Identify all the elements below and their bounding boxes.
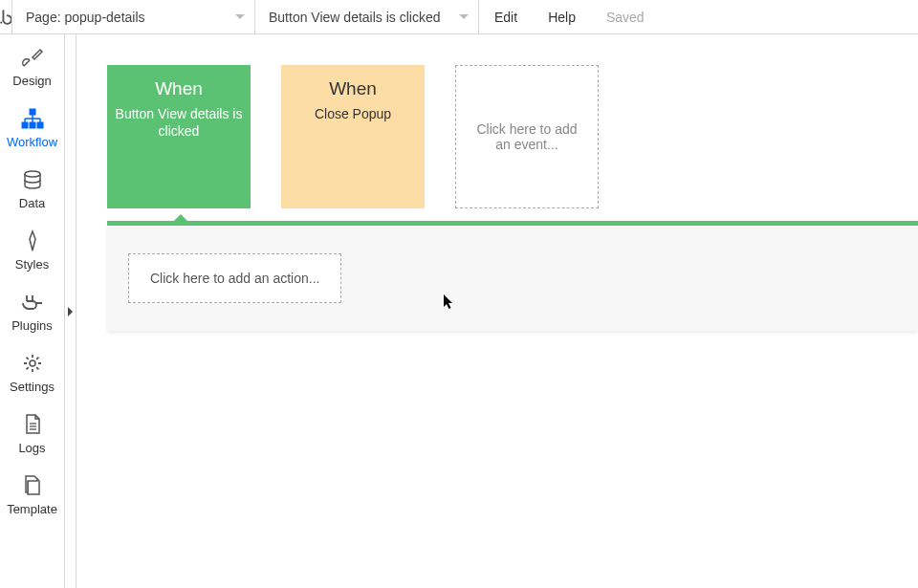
svg-rect-4 [37,122,43,128]
help-link[interactable]: Help [533,10,591,25]
sidebar-item-logs[interactable]: Logs [0,402,64,463]
chevron-down-icon [235,14,245,19]
event-selector-label: Button View details is clicked [269,10,441,25]
event-description: Close Popup [289,105,417,122]
svg-point-11 [30,360,35,366]
workflow-event-card-selected[interactable]: When Button View details is clicked [107,65,251,208]
template-icon [22,471,43,500]
sidebar-item-label: Data [19,196,45,210]
data-icon [22,165,43,194]
sidebar-item-plugins[interactable]: Plugins [0,279,64,340]
logs-icon [23,410,42,439]
svg-rect-3 [30,122,35,128]
svg-rect-1 [30,109,35,115]
add-event-label: Click here to add an event... [473,121,580,152]
saved-indicator: Saved [591,10,660,25]
chevron-down-icon [459,14,469,19]
event-when-label: When [115,78,243,99]
action-panel: Click here to add an action... [107,226,918,331]
plugins-icon [21,288,44,316]
edit-link[interactable]: Edit [479,10,533,25]
chevron-right-icon [68,307,73,316]
sidebar-item-label: Workflow [7,135,57,149]
workflow-icon [20,104,45,133]
svg-point-0 [0,21,2,23]
sidebar-item-label: Settings [10,380,55,394]
sidebar-item-label: Design [12,74,51,88]
sidebar-item-label: Styles [15,257,49,272]
page-selector-dropdown[interactable]: Page: popup-details [11,0,255,34]
styles-icon [22,227,43,255]
sidebar-item-label: Logs [18,441,45,455]
sidebar-item-design[interactable]: Design [0,34,64,96]
sidebar-item-workflow[interactable]: Workflow [0,96,64,157]
sidebar-item-settings[interactable]: Settings [0,340,64,402]
settings-icon [22,349,43,378]
event-description: Button View details is clicked [115,105,243,140]
sidebar-expand-handle[interactable] [65,34,76,588]
design-icon [21,43,44,72]
page-selector-label: Page: popup-details [26,10,145,25]
event-when-label: When [289,78,417,99]
bubble-logo [0,0,11,34]
sidebar-item-template[interactable]: Template [0,463,64,524]
sidebar-item-label: Plugins [11,318,53,333]
sidebar-item-label: Template [7,502,57,516]
svg-point-10 [25,171,40,177]
add-action-button[interactable]: Click here to add an action... [128,253,341,303]
add-action-label: Click here to add an action... [150,271,319,286]
add-event-button[interactable]: Click here to add an event... [455,65,599,208]
svg-rect-2 [22,122,28,128]
event-selector-dropdown[interactable]: Button View details is clicked [255,0,479,34]
sidebar-item-data[interactable]: Data [0,157,64,218]
workflow-event-card[interactable]: When Close Popup [281,65,425,208]
sidebar-item-styles[interactable]: Styles [0,218,64,279]
